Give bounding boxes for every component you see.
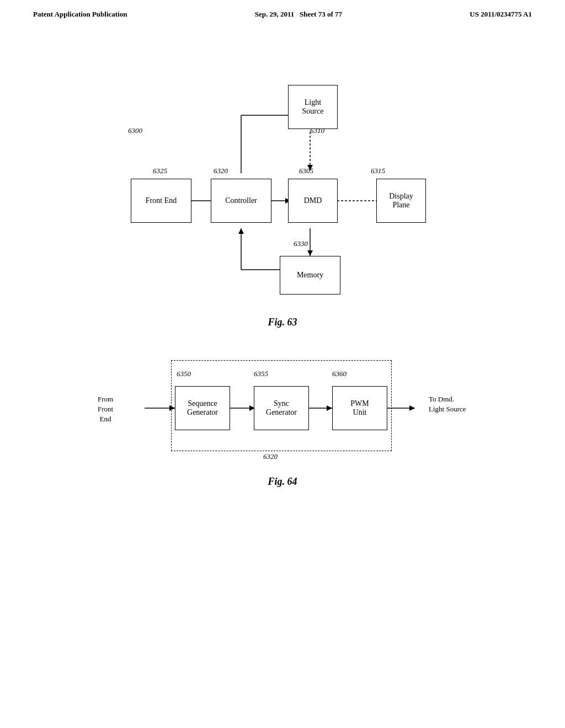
output-label: To Dmd. Light Source bbox=[429, 394, 466, 414]
ref6300-label: 6300 bbox=[128, 126, 142, 135]
ref6330-label: 6330 bbox=[294, 239, 308, 248]
display-plane-box: Display Plane bbox=[376, 179, 426, 223]
fig63-label: Fig. 63 bbox=[0, 317, 565, 328]
sequence-generator-box: Sequence Generator bbox=[175, 386, 230, 430]
fig64-label: Fig. 64 bbox=[0, 476, 565, 488]
header-left: Patent Application Publication bbox=[33, 10, 127, 19]
ref6320-label: 6320 bbox=[263, 452, 278, 461]
light-source-box: Light Source bbox=[288, 85, 338, 129]
fig64-diagram-area: 6350 6355 6360 6320 From Front End To Dm… bbox=[0, 350, 565, 488]
dmd-box: DMD bbox=[288, 179, 338, 223]
input-label: From Front End bbox=[98, 394, 113, 425]
header-right: US 2011/0234775 A1 bbox=[470, 10, 532, 19]
ref6325-label: 6325 bbox=[153, 167, 167, 175]
ref6315-label: 6315 bbox=[371, 167, 385, 175]
ref6320-label: 6320 bbox=[214, 167, 228, 175]
memory-box: Memory bbox=[280, 256, 340, 295]
fig63-container: 6300 6310 6325 6320 6305 6315 6330 Light… bbox=[95, 41, 470, 311]
pwm-unit-box: PWM Unit bbox=[332, 386, 387, 430]
controller-box: Controller bbox=[211, 179, 271, 223]
svg-marker-15 bbox=[238, 228, 244, 234]
front-end-box: Front End bbox=[131, 179, 191, 223]
svg-marker-12 bbox=[307, 250, 313, 256]
sync-generator-box: Sync Generator bbox=[254, 386, 309, 430]
page-header: Patent Application Publication Sep. 29, … bbox=[0, 0, 565, 24]
fig64-container: 6350 6355 6360 6320 From Front End To Dm… bbox=[89, 350, 476, 466]
svg-marker-23 bbox=[409, 405, 415, 411]
fig63-diagram-area: 6300 6310 6325 6320 6305 6315 6330 Light… bbox=[0, 41, 565, 328]
header-center: Sep. 29, 2011 Sheet 73 of 77 bbox=[255, 10, 342, 19]
ref6305-label: 6305 bbox=[299, 167, 313, 175]
